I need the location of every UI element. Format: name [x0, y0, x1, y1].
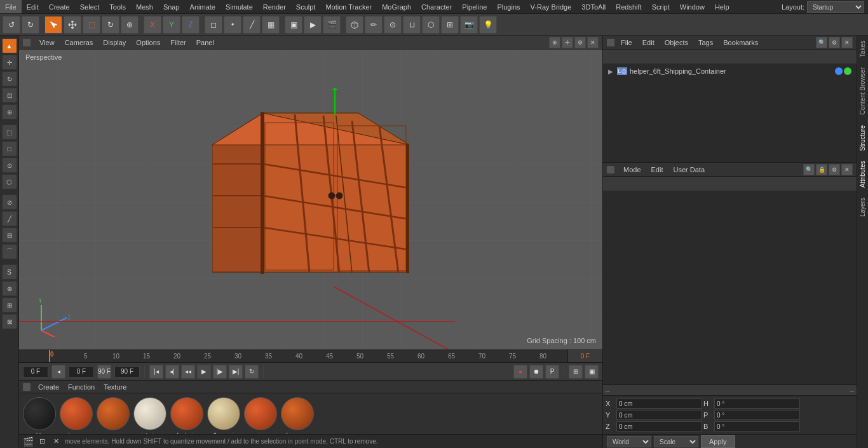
apply-button[interactable]: Apply	[701, 435, 735, 448]
move-viewport-icon[interactable]: ✛	[562, 37, 573, 48]
attr-edit-menu[interactable]: Edit	[648, 165, 667, 175]
symmetry-button[interactable]: ⬡	[422, 16, 440, 34]
tab-layers[interactable]: Layers	[858, 193, 867, 222]
menu-render[interactable]: Render	[258, 0, 291, 13]
material-item-frame[interactable]: frame_re	[281, 397, 314, 430]
z-axis-button[interactable]: Z	[182, 16, 200, 34]
sidebar-bridge[interactable]: ╱	[2, 211, 17, 226]
z-position-input[interactable]	[616, 421, 702, 431]
poly-mode-button[interactable]: ▦	[262, 16, 280, 34]
menu-pipeline[interactable]: Pipeline	[457, 0, 492, 13]
menu-3dtoall[interactable]: 3DToAll	[576, 0, 611, 13]
menu-snap[interactable]: Snap	[158, 0, 185, 13]
light-button[interactable]: 💡	[479, 16, 497, 34]
attr-close-icon[interactable]: ✕	[841, 164, 853, 175]
go-to-start-button[interactable]: |◂	[149, 365, 163, 379]
transform-tool-button[interactable]: ⊕	[121, 16, 139, 34]
panel-menu[interactable]: Panel	[193, 37, 218, 48]
render-region-button[interactable]: ▣	[285, 16, 302, 34]
play-button[interactable]: ▶	[197, 365, 211, 379]
tab-structure[interactable]: Structure	[858, 120, 867, 156]
scale-dropdown[interactable]: Scale	[654, 436, 698, 447]
pen-button[interactable]: ✏	[365, 16, 383, 34]
grid-button[interactable]: ⊞	[441, 16, 459, 34]
sidebar-extrude[interactable]: ⊟	[2, 227, 17, 243]
rotate-tool-button[interactable]: ↻	[102, 16, 119, 34]
menu-create[interactable]: Create	[44, 0, 75, 13]
sidebar-knife[interactable]: ⊘	[2, 194, 17, 210]
y-position-input[interactable]	[616, 410, 702, 420]
tab-attributes[interactable]: Attributes	[858, 156, 867, 193]
sidebar-mode-object[interactable]: ▲	[2, 38, 17, 53]
menu-select[interactable]: Select	[75, 0, 105, 13]
attr-search-icon[interactable]: 🔍	[803, 164, 815, 175]
3d-viewport[interactable]: Perspective	[19, 50, 602, 350]
start-frame-field[interactable]: 0 F	[23, 366, 48, 377]
sidebar-magnet[interactable]: ⊕	[2, 104, 17, 119]
sidebar-grab[interactable]: ⊞	[2, 297, 17, 313]
auto-record-button[interactable]: ⏺	[529, 365, 543, 379]
menu-sculpt[interactable]: Sculpt	[291, 0, 321, 13]
camera-button[interactable]: 📷	[460, 16, 478, 34]
material-item-floor[interactable]: floor_mi	[207, 397, 240, 430]
om-bookmarks-menu[interactable]: Bookmarks	[719, 37, 762, 48]
brush-button[interactable]: ⊙	[384, 16, 402, 34]
menu-redshift[interactable]: Redshift	[611, 0, 646, 13]
layout-select[interactable]: Startup	[807, 1, 864, 13]
end-frame-field2[interactable]: 90 F	[97, 365, 111, 379]
attr-mode-menu[interactable]: Mode	[620, 165, 645, 175]
om-color-dot-2[interactable]	[844, 67, 851, 75]
sidebar-scale[interactable]: ⊡	[2, 88, 17, 103]
sidebar-rotate[interactable]: ↻	[2, 71, 17, 86]
render-button[interactable]: 🎬	[323, 16, 341, 34]
material-item-interior[interactable]: interior	[133, 397, 166, 430]
mat-texture-menu[interactable]: Texture	[100, 382, 130, 392]
object-mode-button[interactable]: ◻	[205, 16, 222, 34]
menu-tools[interactable]: Tools	[104, 0, 131, 13]
cameras-menu[interactable]: Cameras	[61, 37, 97, 48]
menu-edit[interactable]: Edit	[22, 0, 44, 13]
go-to-end-button[interactable]: ▶|	[229, 365, 243, 379]
sidebar-live-select[interactable]: ⬚	[2, 125, 17, 140]
display-menu[interactable]: Display	[99, 37, 130, 48]
om-edit-menu[interactable]: Edit	[639, 37, 658, 48]
redo-button[interactable]: ↻	[22, 16, 39, 34]
scale-tool-button[interactable]: ⬚	[83, 16, 100, 34]
menu-help[interactable]: Help	[710, 0, 735, 13]
om-objects-menu[interactable]: Objects	[661, 37, 692, 48]
step-back-button[interactable]: ◂|	[165, 365, 179, 379]
om-settings-icon[interactable]: ⚙	[829, 37, 840, 48]
material-item-rubber[interactable]: rubber	[23, 397, 56, 430]
sidebar-paint[interactable]: S	[2, 264, 17, 280]
sidebar-flatten[interactable]: ⊠	[2, 314, 17, 329]
point-mode-button[interactable]: •	[224, 16, 241, 34]
world-dropdown[interactable]: World	[607, 436, 651, 447]
menu-vray[interactable]: V-Ray Bridge	[526, 0, 577, 13]
attr-lock-icon[interactable]: 🔒	[816, 164, 827, 175]
sidebar-smooth[interactable]: ⊛	[2, 281, 17, 296]
close-viewport-icon[interactable]: ✕	[587, 37, 599, 48]
menu-animate[interactable]: Animate	[185, 0, 220, 13]
render-to-po-button[interactable]: ▣	[585, 365, 599, 379]
material-item-door[interactable]: door_re	[60, 397, 93, 430]
dope-sheet-button[interactable]: ⊞	[569, 365, 583, 379]
menu-window[interactable]: Window	[675, 0, 710, 13]
options-menu[interactable]: Options	[132, 37, 164, 48]
current-frame-field[interactable]: 0 F	[69, 366, 94, 377]
om-close-icon[interactable]: ✕	[841, 37, 853, 48]
step-forward-button[interactable]: |▶	[213, 365, 227, 379]
timeline-ruler[interactable]: 0 5 10 15 20 25 30 35 40 45 50 55 60 65 …	[19, 350, 602, 362]
menu-mograph[interactable]: MoGraph	[377, 0, 416, 13]
magnet-button[interactable]: ⊔	[403, 16, 421, 34]
menu-file[interactable]: File	[0, 0, 22, 13]
play-reverse-button[interactable]: ◂◂	[181, 365, 195, 379]
h-position-input[interactable]	[714, 398, 800, 409]
record-button[interactable]: ●	[513, 365, 527, 379]
mat-create-menu[interactable]: Create	[34, 382, 63, 392]
attr-settings-icon[interactable]: ⚙	[829, 164, 840, 175]
material-item-casing[interactable]: casing_r	[244, 397, 277, 430]
maximize-icon[interactable]: ⊕	[549, 37, 560, 48]
sidebar-rect-select[interactable]: □	[2, 141, 17, 156]
menu-plugins[interactable]: Plugins	[492, 0, 525, 13]
menu-script[interactable]: Script	[647, 0, 675, 13]
